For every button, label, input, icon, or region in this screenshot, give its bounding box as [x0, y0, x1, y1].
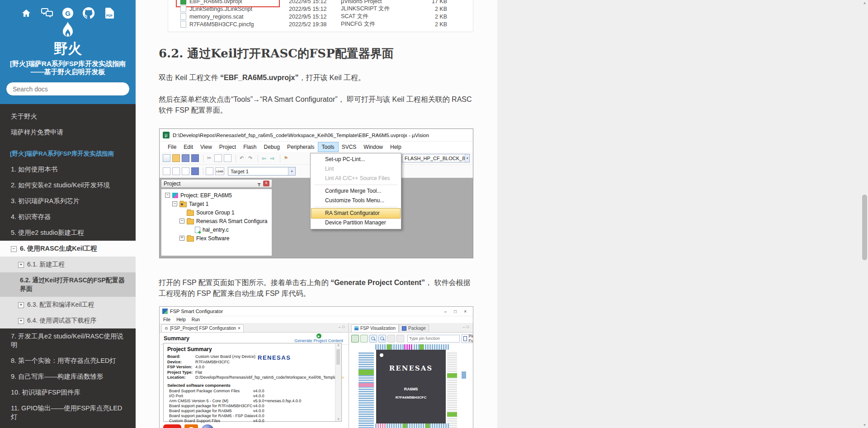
keil-menu-item[interactable]: Peripherals	[283, 143, 318, 152]
forum-icon[interactable]	[41, 7, 53, 19]
tree-expander-icon[interactable]: −	[11, 246, 17, 252]
keil-menu-item[interactable]: Edit	[180, 143, 197, 152]
batch-build-icon[interactable]	[191, 167, 199, 175]
flash-erase-icon[interactable]	[206, 167, 213, 175]
file-row[interactable]: memory_regions.scat 2022/9/5 15:12 SCAT …	[168, 13, 473, 20]
magnifier-icon[interactable]	[298, 168, 305, 175]
undo-icon[interactable]: ↶	[238, 155, 245, 162]
build-icon[interactable]	[172, 167, 180, 175]
sidebar-nav-item[interactable]: 关于野火	[0, 109, 136, 124]
zoom-out-icon[interactable]	[378, 335, 386, 342]
cut-icon[interactable]: ✂	[206, 155, 212, 162]
pane-minmax-icons[interactable]: –□	[463, 325, 471, 329]
fsp-menu-item[interactable]: Help	[176, 317, 186, 322]
keil-menu-item[interactable]: Help	[387, 143, 405, 152]
tree-row[interactable]: Source Group 1	[161, 208, 272, 217]
search-input[interactable]	[6, 82, 130, 96]
rebuild-icon[interactable]	[182, 167, 189, 175]
github-icon[interactable]	[83, 7, 94, 19]
file-row[interactable]: EBF_RA6M5.uvprojx 2022/9/5 15:12 µVision…	[168, 0, 473, 5]
tools-menu-item[interactable]: Lint	[311, 164, 400, 174]
sidebar-nav-item[interactable]: +6.3. 配置和编译Keil工程	[0, 297, 136, 313]
zoom-selection-icon[interactable]	[396, 335, 404, 342]
support-icon[interactable]: Support	[184, 424, 198, 428]
tools-menu-item[interactable]: Customize Tools Menu...	[311, 196, 400, 205]
sidebar-nav-item[interactable]: 2. 如何安装e2 studio/Keil开发环境	[0, 177, 136, 193]
gitee-icon[interactable]: G	[62, 7, 74, 19]
save-all-icon[interactable]	[191, 154, 199, 162]
package-visualization-canvas[interactable]: RENESAS RA6M5 R7FA6M5BH3CFC	[349, 344, 473, 428]
tree-expander-icon[interactable]: −	[165, 193, 170, 198]
sidebar-nav-item[interactable]: −6. 使用RASC生成Keil工程	[0, 241, 136, 257]
open-folder-icon[interactable]	[172, 154, 180, 162]
paste-icon[interactable]	[224, 154, 231, 162]
tree-expander-icon[interactable]: +	[18, 318, 24, 324]
tree-expander-icon[interactable]: −	[179, 219, 184, 224]
wildfire-flame-logo[interactable]: 野火	[0, 22, 136, 57]
scroll-up-icon[interactable]: ▲	[861, 1, 868, 5]
keil-menu-item[interactable]: SVCS	[338, 143, 360, 152]
sidebar-nav-item[interactable]: 9. 自己写库——构建库函数雏形	[0, 369, 136, 385]
sidebar-nav-item[interactable]: +6.4. 使用调试器下载程序	[0, 313, 136, 328]
tools-menu-item[interactable]	[314, 185, 397, 185]
fsp-configuration-tab[interactable]: ⚙ [FSP_Project] FSP Configuration ×	[161, 324, 244, 332]
keil-menu-item[interactable]: Flash	[240, 143, 260, 152]
sidebar-nav-item[interactable]: [野火]瑞萨RA系列FSP库开发实战指南	[0, 146, 136, 162]
pin-function-search-input[interactable]	[407, 335, 460, 342]
navigate-forward-icon[interactable]: ⇨	[269, 155, 276, 162]
sidebar-nav-item[interactable]: 10. 初识瑞萨FSP固件库	[0, 385, 136, 400]
redo-icon[interactable]: ↷	[247, 155, 254, 162]
tools-menu-item[interactable]: Set-up PC-Lint...	[311, 155, 400, 164]
page-scrollbar[interactable]: ▲ ▼	[861, 0, 868, 428]
project-title[interactable]: [野火]瑞萨RA系列FSP库开发实战指南——基于野火启明开发板	[7, 60, 128, 77]
tree-expander-icon[interactable]: +	[179, 236, 184, 241]
tools-menu-item[interactable]	[314, 207, 397, 207]
tools-menu-item[interactable]: RA Smart Configurator	[311, 209, 400, 218]
keil-menu-item[interactable]: Tools	[318, 143, 338, 152]
pin-function-combo[interactable]: Pin Funct... ▼	[462, 334, 473, 343]
close-icon[interactable]: ×	[464, 309, 467, 314]
maximize-icon[interactable]: □	[454, 309, 457, 314]
export-image-icon[interactable]	[351, 335, 359, 342]
new-file-icon[interactable]	[163, 154, 170, 162]
fsp-menu-item[interactable]: Run	[192, 317, 200, 322]
scrollbar-thumb[interactable]	[336, 349, 340, 365]
fsp-menu-item[interactable]: File	[163, 317, 170, 322]
pane-minmax-icons[interactable]: –□	[339, 325, 346, 329]
sidebar-nav-item[interactable]: 6.2. 通过Keil打开RASC的FSP配置器界面	[0, 272, 136, 297]
scroll-up-icon[interactable]: ∧	[337, 343, 340, 347]
sidebar-nav-item[interactable]: 7. 开发工具e2 studio/Keil/RASC使用说明	[0, 328, 136, 353]
scroll-down-icon[interactable]: ▼	[861, 423, 868, 427]
sidebar-nav-item[interactable]: 瑞萨样片免费申请	[0, 124, 136, 140]
sidebar-nav-item[interactable]: 3. 初识瑞萨RA系列芯片	[0, 193, 136, 209]
pdf-icon[interactable]: PDF	[104, 7, 115, 19]
scroll-down-icon[interactable]: ∨	[335, 417, 341, 421]
mcu-chip[interactable]: RENESAS RA6M5 R7FA6M5BH3CFC	[376, 350, 446, 423]
box-scrollbar[interactable]: ∧ ∨	[335, 343, 341, 421]
flash-block-combo[interactable]: FLASH_HP_CF_BLOCK_8 ▼	[402, 154, 470, 162]
keil-menu-item[interactable]: File	[164, 143, 180, 152]
package-tab[interactable]: Package	[399, 324, 429, 332]
keil-menu-item[interactable]: View	[197, 143, 216, 152]
keil-menu-item[interactable]: Debug	[260, 143, 283, 152]
rotate-view-icon[interactable]	[360, 335, 368, 342]
sidebar-nav-item[interactable]: 4. 初识寄存器	[0, 209, 136, 225]
zoom-in-icon[interactable]	[369, 335, 377, 342]
file-row[interactable]: R7FA6M5BH3CFC.pincfg 2022/5/2 19:38 PINC…	[168, 20, 473, 28]
home-icon[interactable]	[20, 7, 32, 19]
tree-row[interactable]: hal_entry.c	[161, 225, 272, 234]
tab-close-icon[interactable]: ×	[238, 326, 241, 331]
pin-icon[interactable]: ┳	[258, 181, 260, 186]
tree-row[interactable]: − Project: EBF_RA6M5	[161, 191, 272, 200]
flash-download-icon[interactable]: LOAD	[215, 167, 224, 175]
tree-row[interactable]: + Flex Software	[161, 234, 272, 243]
sidebar-nav-item[interactable]: +6.1. 新建工程	[0, 257, 136, 272]
generate-project-content-button[interactable]: ▶ Generate Project Content	[294, 333, 343, 343]
navigate-back-icon[interactable]: ⇦	[260, 155, 267, 162]
bookmark-flag-icon[interactable]: ⚑	[283, 155, 289, 162]
tree-row[interactable]: − Target 1	[161, 200, 272, 208]
keil-menu-item[interactable]: Project	[216, 143, 240, 152]
keil-menu-item[interactable]: Window	[360, 143, 387, 152]
file-row[interactable]: JLinkSettings.JLinkScript 2022/9/5 15:12…	[168, 5, 473, 13]
sidebar-nav-item[interactable]: 8. 第一个实验：用寄存器点亮LED灯	[0, 353, 136, 369]
